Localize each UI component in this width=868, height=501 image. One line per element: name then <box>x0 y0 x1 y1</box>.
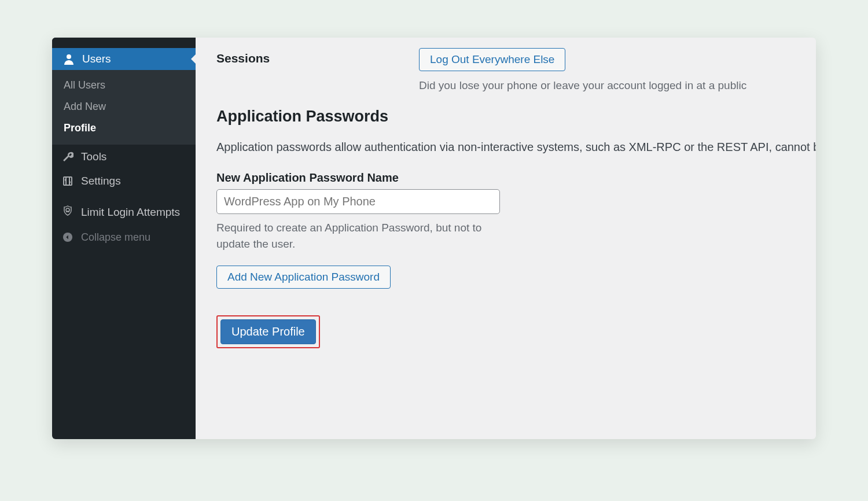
new-app-password-input[interactable] <box>216 189 500 214</box>
collapse-menu[interactable]: Collapse menu <box>52 226 196 249</box>
sessions-field: Log Out Everywhere Else Did you lose you… <box>419 48 816 94</box>
svg-rect-1 <box>64 177 72 185</box>
wrench-icon <box>60 151 75 163</box>
admin-bar <box>52 38 196 48</box>
add-app-password-button[interactable]: Add New Application Password <box>216 266 391 289</box>
sidebar-submenu: All Users Add New Profile <box>52 70 196 145</box>
shield-icon <box>60 205 75 216</box>
sessions-row: Sessions Log Out Everywhere Else Did you… <box>216 48 816 94</box>
logout-everywhere-button[interactable]: Log Out Everywhere Else <box>419 48 565 71</box>
admin-sidebar: Users All Users Add New Profile Tools Se… <box>52 38 196 439</box>
app-passwords-heading: Application Passwords <box>216 108 816 126</box>
sessions-label: Sessions <box>216 48 419 65</box>
sidebar-subitem-profile[interactable]: Profile <box>52 117 196 139</box>
sidebar-item-settings[interactable]: Settings <box>52 169 196 193</box>
sidebar-item-label: Users <box>82 53 111 65</box>
sessions-description: Did you lose your phone or leave your ac… <box>419 78 816 94</box>
update-profile-button[interactable]: Update Profile <box>220 319 316 344</box>
user-icon <box>61 53 76 65</box>
sidebar-item-label: Limit Login Attempts <box>81 205 180 220</box>
svg-point-0 <box>67 54 71 59</box>
app-passwords-description: Application passwords allow authenticati… <box>216 138 816 156</box>
update-profile-highlight: Update Profile <box>216 315 320 348</box>
sidebar-separator <box>52 193 196 199</box>
sidebar-item-users[interactable]: Users <box>52 48 196 70</box>
sidebar-subitem-add-new[interactable]: Add New <box>52 96 196 117</box>
new-app-password-label: New Application Password Name <box>216 171 816 185</box>
collapse-icon <box>60 232 75 242</box>
sliders-icon <box>60 175 75 187</box>
sidebar-item-label: Settings <box>81 175 121 187</box>
sidebar-item-limit-login[interactable]: Limit Login Attempts <box>52 199 196 226</box>
sidebar-item-tools[interactable]: Tools <box>52 145 196 169</box>
sidebar-subitem-all-users[interactable]: All Users <box>52 75 196 96</box>
sidebar-item-label: Tools <box>81 150 106 163</box>
collapse-label: Collapse menu <box>81 231 150 244</box>
app-window: Users All Users Add New Profile Tools Se… <box>52 38 816 439</box>
new-app-password-desc: Required to create an Application Passwo… <box>216 220 488 253</box>
main-content: Sessions Log Out Everywhere Else Did you… <box>196 38 816 439</box>
